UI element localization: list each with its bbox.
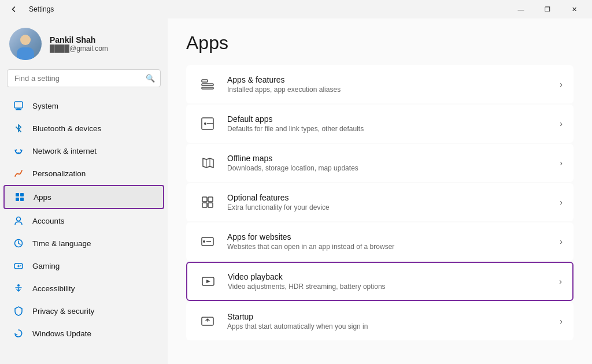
- setting-text-video-playback: Video playback Video adjustments, HDR st…: [228, 272, 559, 291]
- time-icon: [13, 237, 24, 249]
- setting-item-default-apps[interactable]: Default apps Defaults for file and link …: [186, 105, 574, 143]
- setting-item-apps-features[interactable]: Apps & features Installed apps, app exec…: [186, 65, 574, 103]
- chevron-right-icon-7: ›: [560, 317, 563, 326]
- svg-point-8: [17, 217, 21, 221]
- chevron-right-icon-6: ›: [559, 277, 562, 286]
- svg-rect-5: [20, 193, 24, 196]
- nav-menu: System Bluetooth & devices Network & int…: [0, 94, 168, 345]
- update-icon: [13, 328, 24, 339]
- apps-icon: [14, 191, 25, 203]
- optional-features-icon: [197, 192, 218, 213]
- svg-rect-4: [16, 193, 19, 196]
- setting-title-offline-maps: Offline maps: [227, 154, 560, 163]
- chevron-right-icon-2: ›: [560, 119, 563, 128]
- setting-text-apps-websites: Apps for websites Websites that can open…: [227, 232, 560, 251]
- content-area: Apps Apps & features Installed apps, app…: [168, 18, 592, 364]
- setting-text-apps-features: Apps & features Installed apps, app exec…: [227, 75, 560, 94]
- sidebar-item-bluetooth[interactable]: Bluetooth & devices: [3, 117, 164, 139]
- sidebar-item-accessibility[interactable]: Accessibility: [3, 277, 164, 299]
- chevron-right-icon-5: ›: [560, 237, 563, 246]
- apps-websites-icon: [197, 231, 218, 252]
- close-button[interactable]: ✕: [561, 0, 587, 18]
- sidebar-item-label-accounts: Accounts: [32, 217, 65, 225]
- setting-title-apps-features: Apps & features: [227, 75, 560, 84]
- sidebar-item-apps[interactable]: Apps: [3, 185, 164, 209]
- svg-rect-16: [202, 84, 213, 86]
- sidebar-item-label-update: Windows Update: [32, 329, 91, 338]
- setting-desc-apps-features: Installed apps, app execution aliases: [227, 86, 560, 94]
- setting-title-optional-features: Optional features: [227, 193, 560, 202]
- minimize-button[interactable]: —: [508, 0, 534, 18]
- sidebar-item-accounts[interactable]: Accounts: [3, 210, 164, 232]
- svg-rect-24: [202, 203, 207, 207]
- chevron-right-icon-4: ›: [560, 198, 563, 207]
- offline-maps-icon: [197, 153, 218, 173]
- setting-item-optional-features[interactable]: Optional features Extra functionality fo…: [186, 183, 574, 221]
- sidebar: Pankil Shah ████@gmail.com 🔍 System: [0, 18, 168, 364]
- setting-text-default-apps: Default apps Defaults for file and link …: [227, 114, 560, 133]
- setting-title-video-playback: Video playback: [228, 272, 559, 281]
- svg-point-27: [203, 240, 205, 243]
- setting-desc-startup: Apps that start automatically when you s…: [227, 322, 560, 330]
- sidebar-item-network[interactable]: Network & internet: [3, 140, 164, 162]
- setting-desc-offline-maps: Downloads, storage location, map updates: [227, 164, 560, 172]
- maximize-button[interactable]: ❐: [534, 0, 561, 18]
- setting-desc-default-apps: Defaults for file and link types, other …: [227, 125, 560, 133]
- sidebar-item-label-time: Time & language: [32, 239, 91, 248]
- sidebar-item-time[interactable]: Time & language: [3, 232, 164, 254]
- user-email: ████@gmail.com: [50, 44, 108, 53]
- chevron-right-icon-3: ›: [560, 158, 563, 168]
- setting-text-optional-features: Optional features Extra functionality fo…: [227, 193, 560, 211]
- svg-point-3: [18, 153, 20, 154]
- sidebar-item-label-personalization: Personalization: [32, 169, 86, 178]
- back-button[interactable]: [5, 0, 23, 18]
- network-icon: [13, 145, 24, 157]
- svg-rect-23: [208, 197, 213, 202]
- setting-desc-apps-websites: Websites that can open in an app instead…: [227, 243, 560, 251]
- sidebar-item-label-system: System: [32, 102, 58, 110]
- sidebar-item-label-gaming: Gaming: [32, 262, 60, 270]
- user-name: Pankil Shah: [50, 35, 108, 44]
- svg-point-13: [20, 265, 21, 266]
- avatar: [9, 28, 42, 60]
- privacy-icon: [13, 305, 24, 317]
- setting-text-offline-maps: Offline maps Downloads, storage location…: [227, 154, 560, 172]
- svg-rect-7: [20, 198, 24, 201]
- svg-rect-6: [16, 198, 19, 201]
- default-apps-icon: [197, 113, 218, 134]
- startup-icon: [197, 311, 218, 332]
- accessibility-icon: [13, 283, 24, 294]
- accounts-icon: [13, 215, 24, 226]
- sidebar-item-gaming[interactable]: Gaming: [3, 255, 164, 277]
- gaming-icon: [13, 260, 24, 272]
- apps-features-icon: [197, 74, 218, 95]
- search-input[interactable]: [7, 69, 161, 87]
- sidebar-item-privacy[interactable]: Privacy & security: [3, 300, 164, 322]
- svg-rect-17: [202, 87, 213, 89]
- setting-desc-video-playback: Video adjustments, HDR streaming, batter…: [228, 283, 559, 291]
- settings-list: Apps & features Installed apps, app exec…: [186, 65, 574, 340]
- svg-marker-30: [206, 280, 210, 283]
- sidebar-item-label-accessibility: Accessibility: [32, 284, 75, 293]
- sidebar-item-label-bluetooth: Bluetooth & devices: [32, 124, 101, 133]
- user-section[interactable]: Pankil Shah ████@gmail.com: [0, 18, 168, 67]
- sidebar-item-personalization[interactable]: Personalization: [3, 162, 164, 184]
- sidebar-item-label-privacy: Privacy & security: [32, 307, 94, 315]
- svg-point-14: [17, 284, 20, 287]
- search-box[interactable]: 🔍: [7, 69, 161, 87]
- sidebar-item-system[interactable]: System: [3, 95, 164, 117]
- setting-desc-optional-features: Extra functionality for your device: [227, 203, 560, 211]
- setting-text-startup: Startup Apps that start automatically wh…: [227, 312, 560, 330]
- window-controls: — ❐ ✕: [508, 0, 587, 18]
- svg-rect-25: [208, 203, 213, 207]
- system-icon: [13, 100, 24, 112]
- title-bar: Settings — ❐ ✕: [0, 0, 592, 18]
- setting-item-startup[interactable]: Startup Apps that start automatically wh…: [186, 302, 574, 340]
- bluetooth-icon: [13, 122, 24, 134]
- svg-point-19: [204, 122, 206, 125]
- setting-item-offline-maps[interactable]: Offline maps Downloads, storage location…: [186, 144, 574, 182]
- sidebar-item-update[interactable]: Windows Update: [3, 322, 164, 344]
- setting-title-startup: Startup: [227, 312, 560, 321]
- setting-item-video-playback[interactable]: Video playback Video adjustments, HDR st…: [186, 262, 574, 301]
- setting-item-apps-websites[interactable]: Apps for websites Websites that can open…: [186, 222, 574, 261]
